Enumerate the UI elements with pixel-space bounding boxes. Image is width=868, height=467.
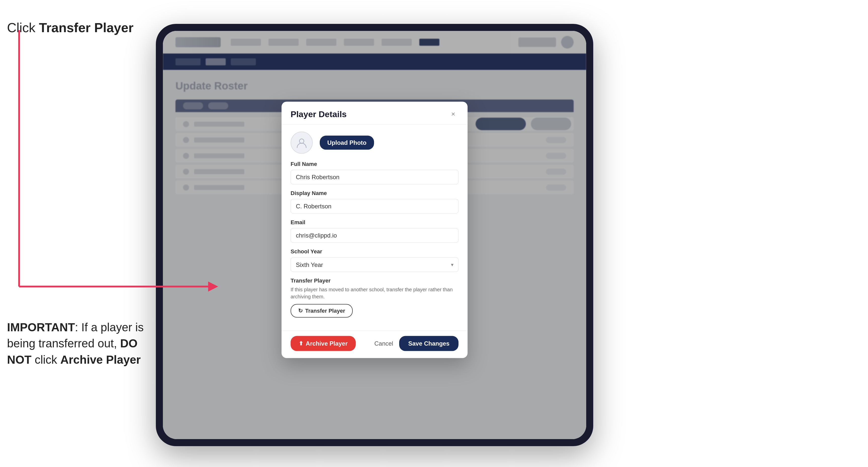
footer-right-buttons: Cancel Save Changes [374,336,459,351]
modal-title: Player Details [290,109,347,119]
instruction-top: Click Transfer Player [7,20,133,35]
svg-point-3 [300,139,304,144]
instruction-important: IMPORTANT [7,321,75,334]
tablet-device: Update Roster [156,24,593,446]
instruction-bottom: IMPORTANT: If a player is being transfer… [7,319,148,368]
transfer-player-section: Transfer Player If this player has moved… [290,278,459,318]
modal-header: Player Details × [282,102,468,125]
archive-player-button[interactable]: ⬆ Archive Player [290,336,356,351]
person-icon [296,137,307,148]
email-group: Email [290,219,459,243]
full-name-label: Full Name [290,161,459,167]
display-name-label: Display Name [290,190,459,196]
tablet-screen: Update Roster [163,31,586,439]
player-details-modal: Player Details × Upload Pho [282,102,468,358]
transfer-btn-label: Transfer Player [305,308,345,314]
archive-btn-label: Archive Player [306,340,348,347]
modal-body: Upload Photo Full Name Display Name [282,125,468,331]
modal-close-button[interactable]: × [448,109,459,119]
save-changes-button[interactable]: Save Changes [399,336,459,351]
transfer-section-title: Transfer Player [290,278,459,284]
player-avatar [290,132,313,154]
modal-footer: ⬆ Archive Player Cancel Save Changes [282,331,468,358]
full-name-input[interactable] [290,170,459,185]
upload-photo-button[interactable]: Upload Photo [320,136,374,150]
school-year-label: School Year [290,248,459,255]
instruction-archive-ref: Archive Player [60,353,141,366]
email-input[interactable] [290,228,459,243]
instruction-end: click [31,353,60,366]
transfer-player-button[interactable]: ↻ Transfer Player [290,304,353,318]
email-label: Email [290,219,459,226]
photo-upload-row: Upload Photo [290,132,459,154]
archive-icon: ⬆ [299,340,303,347]
instruction-top-bold: Transfer Player [39,20,133,35]
school-year-group: School Year First Year Second Year Third… [290,248,459,272]
school-year-select[interactable]: First Year Second Year Third Year Fourth… [290,257,459,272]
transfer-icon: ↻ [298,308,303,314]
cancel-button[interactable]: Cancel [374,340,393,347]
display-name-group: Display Name [290,190,459,214]
display-name-input[interactable] [290,199,459,214]
instruction-top-text: Click [7,20,39,35]
school-year-select-wrapper: First Year Second Year Third Year Fourth… [290,257,459,272]
modal-overlay: Player Details × Upload Pho [163,31,586,439]
full-name-group: Full Name [290,161,459,185]
transfer-description: If this player has moved to another scho… [290,286,459,300]
